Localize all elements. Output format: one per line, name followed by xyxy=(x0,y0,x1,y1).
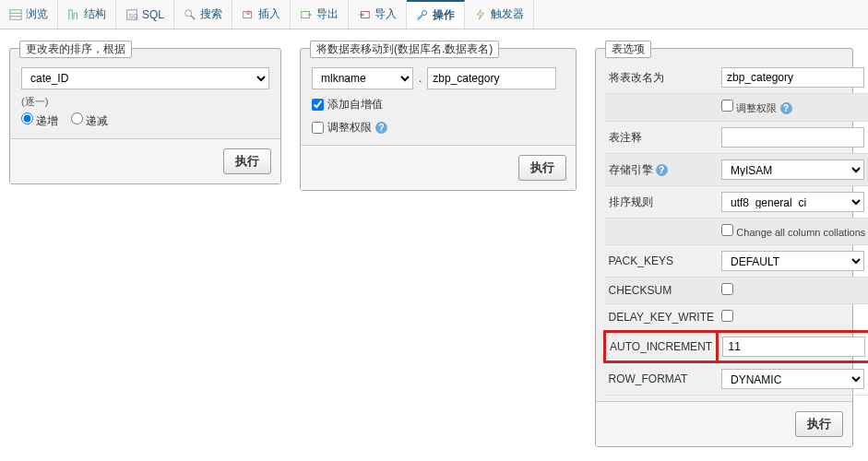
rename-input[interactable] xyxy=(721,67,864,88)
wrench-icon xyxy=(416,9,429,22)
comment-label: 表注释 xyxy=(605,122,718,154)
tab-insert-label: 插入 xyxy=(258,6,280,22)
help-icon-3[interactable]: ? xyxy=(656,164,668,176)
panel-move-table: 将数据表移动到(数据库名.数据表名) mlkname . 添加自增值 调整权限 … xyxy=(300,48,577,191)
check-adjust-priv-label: 调整权限 xyxy=(327,120,372,136)
structure-icon xyxy=(67,8,80,21)
tab-structure-label: 结构 xyxy=(84,6,106,22)
radio-desc[interactable]: 递减 xyxy=(71,114,108,127)
packkeys-label: PACK_KEYS xyxy=(605,245,718,278)
opt-adjust-priv-check[interactable] xyxy=(721,100,733,112)
check-add-autoinc-label: 添加自增值 xyxy=(327,97,383,112)
opt-adjust-priv-label: 调整权限 xyxy=(736,102,777,113)
rename-label: 将表改名为 xyxy=(605,62,718,94)
panel3-submit-button[interactable]: 执行 xyxy=(795,411,843,437)
tab-sql-label: SQL xyxy=(142,8,164,21)
checksum-check[interactable] xyxy=(721,283,733,295)
import-icon xyxy=(358,8,371,21)
order-column-select[interactable]: cate_ID xyxy=(21,67,269,89)
autoinc-input[interactable] xyxy=(722,337,865,357)
browse-icon xyxy=(9,8,22,21)
delay-label: DELAY_KEY_WRITE xyxy=(605,304,718,332)
tab-search[interactable]: 搜索 xyxy=(174,0,232,29)
check-add-autoinc[interactable] xyxy=(312,99,324,111)
panel-move-title: 将数据表移动到(数据库名.数据表名) xyxy=(310,41,499,58)
tab-triggers-label: 触发器 xyxy=(491,6,524,22)
move-db-select[interactable]: mlkname xyxy=(312,67,413,89)
panel-change-order-title: 更改表的排序，根据 xyxy=(19,41,132,58)
engine-select[interactable]: MyISAM xyxy=(721,160,864,180)
change-all-coll-check[interactable] xyxy=(721,224,733,236)
tab-export-label: 导出 xyxy=(316,6,339,22)
delay-check[interactable] xyxy=(721,310,733,322)
svg-text:SQL: SQL xyxy=(129,12,139,19)
main-container: 更改表的排序，根据 cate_ID (逐一) 递增 递减 执行 将数据表移动到(… xyxy=(0,30,868,461)
rowformat-select[interactable]: DYNAMIC xyxy=(721,369,864,389)
engine-label: 存储引擎 xyxy=(609,163,653,176)
tab-sql[interactable]: SQL SQL xyxy=(116,0,174,29)
tab-import[interactable]: 导入 xyxy=(349,0,407,29)
panel-change-order: 更改表的排序，根据 cate_ID (逐一) 递增 递减 执行 xyxy=(9,48,281,184)
insert-icon xyxy=(242,8,255,21)
order-note: (逐一) xyxy=(21,95,269,109)
search-icon xyxy=(184,8,196,21)
panel-options-title: 表选项 xyxy=(605,41,651,58)
tab-structure[interactable]: 结构 xyxy=(58,0,116,29)
tab-export[interactable]: 导出 xyxy=(291,0,349,29)
trigger-icon xyxy=(474,8,487,21)
help-icon-2[interactable]: ? xyxy=(780,102,792,114)
tab-operations-label: 操作 xyxy=(433,7,455,23)
sql-icon: SQL xyxy=(125,8,138,21)
svg-rect-0 xyxy=(10,9,21,19)
svg-line-6 xyxy=(191,15,195,18)
tab-search-label: 搜索 xyxy=(200,6,222,22)
rowformat-label: ROW_FORMAT xyxy=(605,362,718,396)
tab-insert[interactable]: 插入 xyxy=(232,0,291,29)
tab-browse[interactable]: 浏览 xyxy=(0,0,58,29)
help-icon[interactable]: ? xyxy=(375,122,387,134)
tab-import-label: 导入 xyxy=(375,6,397,22)
export-icon xyxy=(300,8,313,21)
panel2-submit-button[interactable]: 执行 xyxy=(518,155,566,181)
panel1-submit-button[interactable]: 执行 xyxy=(223,148,271,174)
packkeys-select[interactable]: DEFAULT xyxy=(721,251,864,271)
tab-browse-label: 浏览 xyxy=(26,6,48,22)
change-all-coll-label: Change all column collations xyxy=(736,227,865,238)
order-direction-row: 递增 递减 xyxy=(21,112,269,129)
radio-asc[interactable]: 递增 xyxy=(21,114,58,127)
move-table-input[interactable] xyxy=(427,67,556,89)
autoinc-label: AUTO_INCREMENT xyxy=(605,332,718,362)
svg-point-5 xyxy=(185,9,192,16)
tab-triggers[interactable]: 触发器 xyxy=(465,0,534,29)
dot-separator: . xyxy=(417,72,423,85)
check-adjust-priv[interactable] xyxy=(312,122,324,134)
collation-label: 排序规则 xyxy=(605,186,718,219)
checksum-label: CHECKSUM xyxy=(605,278,718,304)
comment-input[interactable] xyxy=(721,127,864,148)
panel-table-options: 表选项 将表改名为 调整权限 ? 表注释 存储引擎 ? MyISAM xyxy=(595,48,853,447)
tabs-bar: 浏览 结构 SQL SQL 搜索 插入 导出 导入 操作 触发器 xyxy=(0,0,868,30)
tab-operations[interactable]: 操作 xyxy=(407,0,465,29)
collation-select[interactable]: utf8_general_ci xyxy=(721,192,864,212)
